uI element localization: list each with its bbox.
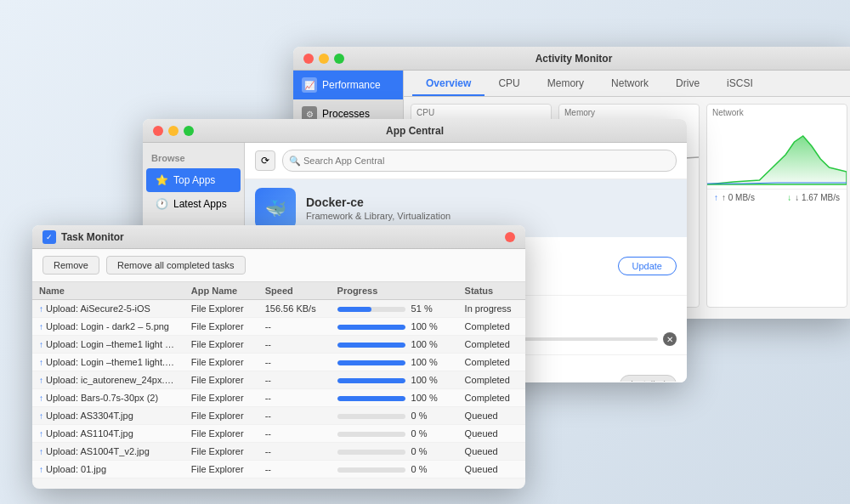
close-button[interactable] <box>303 54 314 64</box>
row-name: ↑ Upload: Bars-0.7s-30px (2) <box>32 389 184 407</box>
col-header-name: Name <box>32 282 184 300</box>
upload-icon: ↑ <box>39 376 43 385</box>
row-speed: -- <box>258 389 331 407</box>
upload-stat: ↑ ↑ 0 MB/s <box>714 193 755 202</box>
tab-overview[interactable]: Overview <box>412 71 484 96</box>
row-status: Queued <box>458 443 525 461</box>
progress-bar <box>337 432 405 437</box>
row-app: File Explorer <box>184 425 258 443</box>
app-central-title: App Central <box>386 125 444 137</box>
upload-icon: ↑ <box>39 304 43 314</box>
progress-bar <box>337 343 405 348</box>
search-input[interactable] <box>282 150 677 172</box>
tab-drive[interactable]: Drive <box>662 71 713 96</box>
task-monitor-app-icon: ✓ <box>42 230 56 244</box>
ac-close-button[interactable] <box>153 126 163 136</box>
row-status: Completed <box>458 389 525 407</box>
row-name: ↑ Upload: AiSecure2-5-iOS <box>32 300 184 318</box>
row-app: File Explorer <box>184 354 258 371</box>
row-name: ↑ Upload: Login –theme1 light – 1... <box>32 336 184 354</box>
ironwolf-action: Update <box>618 257 677 275</box>
upload-icon: ↑ <box>39 429 43 439</box>
remove-all-button[interactable]: Remove all completed tasks <box>106 256 246 275</box>
search-wrapper: 🔍 <box>282 150 677 172</box>
progress-fill <box>337 378 405 383</box>
upload-icon: ↑ <box>39 340 43 349</box>
upload-icon: ↑ <box>39 394 43 403</box>
featured-desc: Framework & Library, Virtualization <box>306 211 677 221</box>
download-stat: ↓ ↓ 1.67 MB/s <box>787 193 840 202</box>
row-speed: -- <box>258 371 331 389</box>
activity-monitor-titlebar: Activity Monitor <box>293 47 850 71</box>
row-app: File Explorer <box>184 300 258 318</box>
tab-iscsi[interactable]: iSCSI <box>713 71 767 96</box>
tab-network[interactable]: Network <box>598 71 662 96</box>
ac-maximize-button[interactable] <box>184 126 194 136</box>
upload-icon: ↑ <box>39 322 43 331</box>
minimize-button[interactable] <box>319 54 329 64</box>
table-row: ↑ Upload: 01.jpg File Explorer -- 0 % Qu… <box>32 461 525 479</box>
progress-fill <box>337 307 372 312</box>
app-central-window-controls <box>153 126 194 136</box>
task-table-scroll[interactable]: Name App Name Speed Progress Status ↑ Up… <box>32 282 525 484</box>
activity-monitor-tabs: Overview CPU Memory Network Drive iSCSI <box>404 71 850 97</box>
featured-info: Docker-ce Framework & Library, Virtualiz… <box>306 195 677 221</box>
row-speed: -- <box>258 336 331 354</box>
task-monitor-titlebar: ✓ Task Monitor <box>32 225 525 249</box>
task-monitor-window: ✓ Task Monitor Remove Remove all complet… <box>32 225 525 489</box>
plex-cancel-button[interactable]: ✕ <box>663 332 677 346</box>
featured-name: Docker-ce <box>306 195 677 209</box>
maximize-button[interactable] <box>334 54 344 64</box>
row-speed: -- <box>258 318 331 336</box>
sidebar-item-performance[interactable]: 📈 Performance <box>293 71 403 99</box>
task-table: Name App Name Speed Progress Status ↑ Up… <box>32 282 525 479</box>
network-chart-area <box>707 121 847 189</box>
progress-fill <box>337 360 405 365</box>
upload-icon: ↑ <box>39 411 43 421</box>
row-speed: -- <box>258 354 331 371</box>
row-name: ↑ Upload: AS3304T.jpg <box>32 407 184 425</box>
table-row: ↑ Upload: AS3304T.jpg File Explorer -- 0… <box>32 407 525 425</box>
table-row: ↑ Upload: Login –theme1 light.png File E… <box>32 354 525 371</box>
remove-button[interactable]: Remove <box>42 256 99 275</box>
browse-label: Browse <box>143 150 244 168</box>
progress-bar <box>337 378 405 383</box>
row-app: File Explorer <box>184 318 258 336</box>
progress-fill <box>337 396 405 401</box>
sidebar-item-latest-apps[interactable]: 🕐 Latest Apps <box>146 192 241 216</box>
tab-cpu[interactable]: CPU <box>484 71 533 96</box>
activity-monitor-title: Activity Monitor <box>536 53 613 65</box>
table-row: ↑ Upload: Bars-0.7s-30px (2) File Explor… <box>32 389 525 407</box>
ironwolf-update-button[interactable]: Update <box>618 257 677 275</box>
progress-fill <box>337 343 405 348</box>
upload-icon: ↑ <box>39 358 43 367</box>
table-row: ↑ Upload: ic_autorenew_24px.svg File Exp… <box>32 371 525 389</box>
upload-arrow: ↑ <box>714 193 718 202</box>
network-chart: Network <box>706 104 847 308</box>
row-progress: 51 % <box>331 300 458 318</box>
row-progress: 0 % <box>331 461 458 479</box>
table-row: ↑ Upload: AS1004T_v2.jpg File Explorer -… <box>32 443 525 461</box>
performance-icon: 📈 <box>302 77 317 93</box>
tab-memory[interactable]: Memory <box>534 71 598 96</box>
row-app: File Explorer <box>184 461 258 479</box>
row-speed: 156.56 KB/s <box>258 300 331 318</box>
tm-close-button[interactable] <box>505 232 515 242</box>
row-status: Completed <box>458 336 525 354</box>
task-monitor-window-controls <box>505 232 515 242</box>
row-status: Queued <box>458 425 525 443</box>
star-icon: ⭐ <box>155 173 168 187</box>
task-monitor-title-left: ✓ Task Monitor <box>42 230 124 244</box>
ac-minimize-button[interactable] <box>168 126 178 136</box>
network-chart-label: Network <box>707 105 847 121</box>
col-header-speed: Speed <box>258 282 331 300</box>
table-row: ↑ Upload: Login - dark2 – 5.png File Exp… <box>32 318 525 336</box>
photogallery-installed-button[interactable]: Installed <box>620 375 677 382</box>
sidebar-item-top-apps[interactable]: ⭐ Top Apps <box>146 168 241 192</box>
upload-icon: ↑ <box>39 465 43 474</box>
refresh-button[interactable]: ⟳ <box>255 150 275 171</box>
progress-bar <box>337 325 405 330</box>
docker-icon: 🐳 <box>255 188 296 229</box>
download-value: ↓ 1.67 MB/s <box>795 193 840 202</box>
row-speed: -- <box>258 461 331 479</box>
